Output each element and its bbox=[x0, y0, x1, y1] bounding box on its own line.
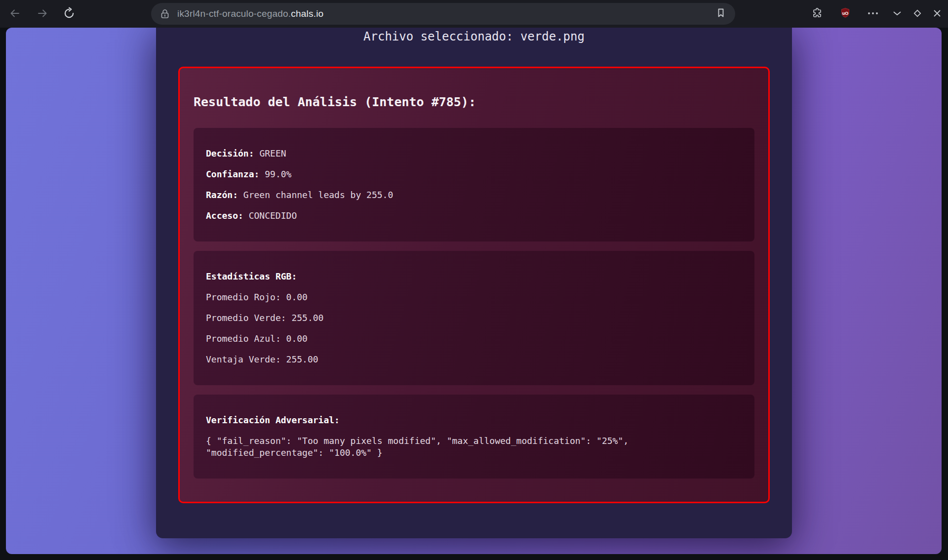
minimize-chevron-button[interactable] bbox=[889, 5, 906, 22]
extensions-button[interactable] bbox=[809, 5, 826, 22]
rgb-stat-row: Ventaja Verde: 255.00 bbox=[206, 354, 742, 365]
ublock-shield-icon: uO bbox=[839, 7, 852, 21]
page-viewport: Archivo seleccionado: verde.png Resultad… bbox=[6, 28, 942, 554]
address-bar[interactable]: ik3rl4n-ctf-oraculo-cegado.chals.io bbox=[151, 3, 735, 25]
rgb-stats-card: Estadísticas RGB: Promedio Rojo: 0.00 Pr… bbox=[194, 251, 754, 385]
bookmark-icon bbox=[715, 7, 727, 21]
adversarial-heading: Verificación Adversarial: bbox=[206, 414, 742, 426]
svg-text:uO: uO bbox=[842, 10, 849, 15]
back-button[interactable] bbox=[6, 5, 23, 22]
confidence-value: 99.0% bbox=[265, 169, 291, 179]
close-icon bbox=[931, 7, 943, 21]
ellipsis-icon bbox=[867, 7, 879, 21]
confidence-label: Confianza: bbox=[206, 169, 259, 179]
decision-card: Decisión:GREEN Confianza:99.0% Razón:Gre… bbox=[194, 128, 754, 241]
rgb-stats-heading: Estadísticas RGB: bbox=[206, 271, 742, 282]
selected-file-text: Archivo seleccionado: verde.png bbox=[156, 28, 792, 44]
lock-icon bbox=[159, 8, 171, 20]
adversarial-json: { "fail_reason": "Too many pixels modifi… bbox=[206, 435, 742, 459]
forward-icon bbox=[37, 7, 48, 21]
rgb-stat-row: Promedio Verde: 255.00 bbox=[206, 312, 742, 324]
access-row: Acceso:CONCEDIDO bbox=[206, 210, 742, 222]
puzzle-icon bbox=[811, 7, 823, 21]
access-value: CONCEDIDO bbox=[249, 210, 297, 221]
confidence-row: Confianza:99.0% bbox=[206, 168, 742, 180]
rgb-stat-row: Promedio Azul: 0.00 bbox=[206, 333, 742, 345]
diamond-icon bbox=[911, 7, 923, 21]
result-title: Resultado del Análisis (Intento #785): bbox=[194, 94, 754, 110]
reason-label: Razón: bbox=[206, 190, 238, 200]
decision-value: GREEN bbox=[259, 148, 286, 159]
forward-button[interactable] bbox=[34, 5, 51, 22]
bookmark-button[interactable] bbox=[712, 5, 729, 22]
url-host-prefix: ik3rl4n-ctf-oraculo-cegado. bbox=[177, 8, 291, 19]
reload-button[interactable] bbox=[61, 5, 78, 22]
access-label: Acceso: bbox=[206, 210, 243, 221]
menu-ellipsis-button[interactable] bbox=[865, 5, 881, 22]
content-panel: Archivo seleccionado: verde.png Resultad… bbox=[156, 28, 792, 538]
rgb-stat-row: Promedio Rojo: 0.00 bbox=[206, 291, 742, 303]
browser-toolbar: ik3rl4n-ctf-oraculo-cegado.chals.io uO bbox=[0, 0, 948, 28]
decision-label: Decisión: bbox=[206, 148, 254, 159]
close-window-button[interactable] bbox=[929, 5, 946, 22]
reason-row: Razón:Green channel leads by 255.0 bbox=[206, 189, 742, 201]
url-text: ik3rl4n-ctf-oraculo-cegado.chals.io bbox=[177, 8, 712, 19]
url-domain: chals.io bbox=[291, 8, 323, 19]
analysis-result-box: Resultado del Análisis (Intento #785): D… bbox=[178, 67, 770, 503]
reload-icon bbox=[63, 7, 76, 21]
decision-row: Decisión:GREEN bbox=[206, 148, 742, 160]
maximize-diamond-button[interactable] bbox=[909, 5, 926, 22]
chevron-down-icon bbox=[891, 7, 903, 21]
ublock-extension-button[interactable]: uO bbox=[837, 5, 854, 22]
back-icon bbox=[9, 7, 21, 21]
reason-value: Green channel leads by 255.0 bbox=[243, 190, 393, 200]
adversarial-card: Verificación Adversarial: { "fail_reason… bbox=[194, 395, 754, 479]
